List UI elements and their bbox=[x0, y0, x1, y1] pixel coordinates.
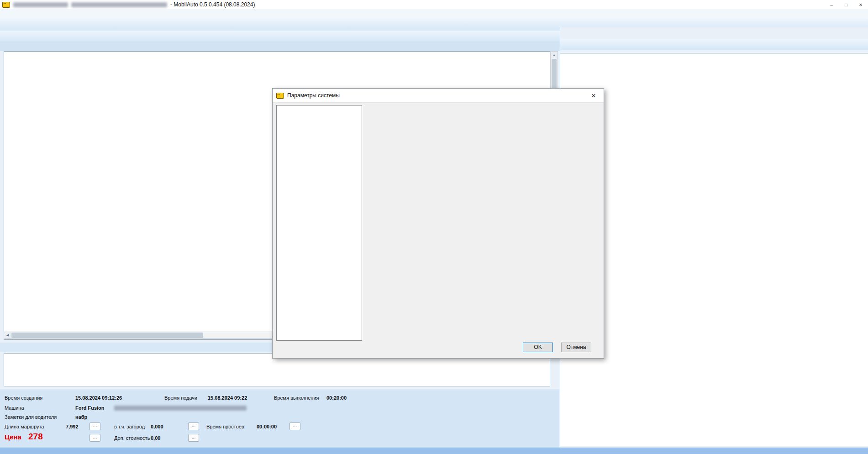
order-details-panel: Время создания 15.08.2024 09:12:26 Время… bbox=[0, 390, 559, 448]
dialog-taxi-icon bbox=[276, 93, 284, 99]
settings-tree bbox=[276, 105, 362, 341]
window-titlebar: - MobilAuto 0.5.0.454 (08.08.2024) – □ ✕ bbox=[0, 0, 868, 10]
created-value: 15.08.2024 09:12:26 bbox=[75, 395, 122, 401]
price-value: 278 bbox=[28, 432, 43, 442]
driver-notes-value: набр bbox=[75, 414, 87, 420]
dialog-title: Параметры системы bbox=[287, 92, 340, 99]
scroll-up-icon[interactable]: ▲ bbox=[551, 52, 558, 58]
idle-value: 00:00:00 bbox=[257, 424, 277, 429]
price-more-button[interactable]: ... bbox=[89, 434, 100, 442]
scrollbar-thumb[interactable] bbox=[11, 333, 203, 338]
car-value: Ford Fusion bbox=[75, 405, 105, 411]
idle-label: Время простоев bbox=[206, 424, 244, 429]
created-label: Время создания bbox=[5, 395, 42, 401]
blurred-car-plate bbox=[114, 406, 247, 411]
dialog-titlebar: Параметры системы ✕ bbox=[273, 89, 604, 103]
drivers-table bbox=[560, 53, 868, 446]
ok-button[interactable]: OK bbox=[523, 343, 553, 352]
suburb-value: 0,000 bbox=[151, 424, 163, 429]
price-label: Цена bbox=[5, 433, 21, 441]
idle-more-button[interactable]: ... bbox=[289, 422, 300, 430]
menu-bar bbox=[0, 9, 868, 19]
driver-notes-label: Заметки для водителя bbox=[5, 414, 57, 420]
submit-value: 15.08.2024 09:22 bbox=[208, 395, 247, 401]
extra-cost-label: Доп. стоимость bbox=[114, 435, 150, 441]
window-controls: – □ ✕ bbox=[824, 0, 868, 9]
mobilauto-window: - MobilAuto 0.5.0.454 (08.08.2024) – □ ✕… bbox=[0, 0, 868, 454]
maximize-button[interactable]: □ bbox=[839, 0, 853, 9]
blurred-title-text bbox=[71, 2, 167, 7]
exec-label: Время выполнения bbox=[274, 395, 319, 401]
submit-label: Время подачи bbox=[164, 395, 197, 401]
drivers-toolbar bbox=[560, 39, 868, 50]
extra-more-button[interactable]: ... bbox=[188, 434, 199, 442]
route-more-button[interactable]: ... bbox=[89, 422, 100, 430]
route-length-value: 7,992 bbox=[66, 424, 79, 429]
drivers-panel bbox=[560, 27, 868, 448]
order-tabs bbox=[0, 42, 562, 51]
close-button[interactable]: ✕ bbox=[853, 0, 868, 9]
suburb-label: в т.ч. загород bbox=[114, 424, 145, 429]
dialog-close-icon[interactable]: ✕ bbox=[584, 89, 604, 102]
app-taxi-icon bbox=[2, 2, 10, 8]
extra-cost-value: 0,00 bbox=[151, 435, 160, 441]
system-parameters-dialog: Параметры системы ✕ OK Отмена bbox=[272, 88, 604, 359]
car-label: Машина bbox=[5, 405, 24, 411]
scroll-left-icon[interactable]: ◀ bbox=[4, 332, 11, 338]
exec-value: 00:20:00 bbox=[326, 395, 347, 401]
status-bar bbox=[0, 448, 868, 454]
blurred-title-text bbox=[13, 2, 68, 7]
minimize-button[interactable]: – bbox=[824, 0, 839, 9]
route-length-label: Длина маршрута bbox=[5, 424, 44, 429]
cancel-button[interactable]: Отмена bbox=[561, 343, 591, 352]
suburb-more-button[interactable]: ... bbox=[188, 422, 199, 430]
window-title: - MobilAuto 0.5.0.454 (08.08.2024) bbox=[170, 1, 255, 8]
